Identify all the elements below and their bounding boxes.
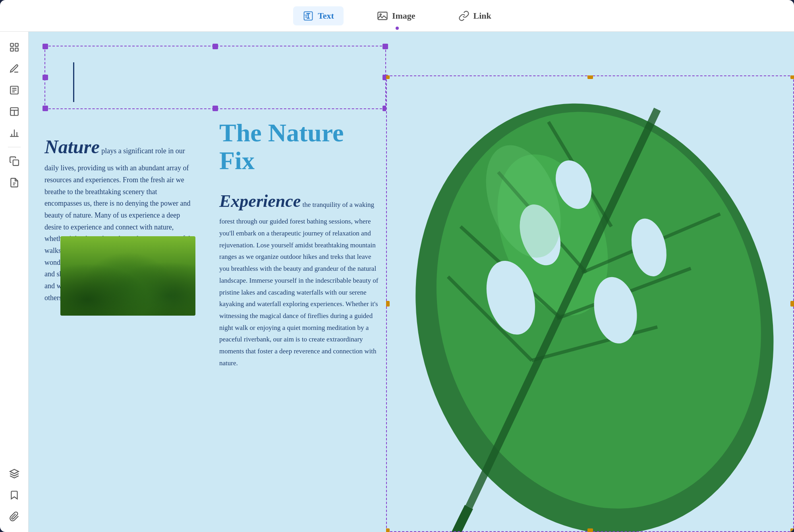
attachment-icon bbox=[9, 511, 19, 522]
sidebar-icon-pen[interactable] bbox=[5, 60, 23, 78]
experience-heading: Experience bbox=[219, 191, 301, 211]
stack-icon bbox=[9, 468, 19, 479]
text-block-icon bbox=[9, 85, 19, 95]
text-icon: T bbox=[303, 10, 314, 21]
sidebar-icon-menu[interactable] bbox=[5, 38, 23, 56]
svg-marker-25 bbox=[10, 469, 19, 474]
image-label: Image bbox=[392, 11, 415, 21]
text-label: Text bbox=[318, 11, 334, 21]
handle-bm[interactable] bbox=[213, 106, 218, 111]
forest-image bbox=[60, 236, 195, 316]
text-selection-box[interactable] bbox=[44, 46, 386, 109]
link-label: Link bbox=[473, 11, 491, 21]
toolbar-text-button[interactable]: T Text bbox=[293, 6, 344, 25]
sidebar-icon-layout[interactable] bbox=[5, 102, 23, 121]
pages-icon bbox=[9, 177, 19, 188]
link-icon bbox=[458, 10, 469, 21]
handle-tl[interactable] bbox=[43, 44, 48, 49]
copy-icon bbox=[9, 156, 19, 166]
content-area: Nature plays a significant role in our d… bbox=[29, 119, 794, 532]
layout-icon bbox=[9, 106, 19, 117]
svg-rect-7 bbox=[10, 43, 14, 46]
sidebar-icon-pages[interactable] bbox=[5, 173, 23, 192]
experience-text-block: Experience the tranquility of a waking f… bbox=[219, 187, 382, 369]
nature-fix-title: The Nature Fix bbox=[219, 119, 382, 175]
chart-icon bbox=[9, 128, 19, 138]
sidebar-icon-bookmark[interactable] bbox=[5, 486, 23, 504]
handle-tr[interactable] bbox=[383, 44, 388, 49]
sidebar-icon-copy[interactable] bbox=[5, 152, 23, 170]
svg-text:T: T bbox=[305, 13, 308, 19]
menu-icon bbox=[9, 42, 19, 52]
nature-heading: Nature bbox=[44, 136, 100, 157]
sidebar-icon-chart[interactable] bbox=[5, 124, 23, 142]
svg-rect-8 bbox=[15, 43, 18, 46]
svg-rect-9 bbox=[10, 48, 14, 51]
main-area: Nature plays a significant role in our d… bbox=[0, 32, 794, 532]
svg-rect-10 bbox=[15, 48, 18, 51]
handle-bl[interactable] bbox=[43, 106, 48, 111]
toolbar-link-button[interactable]: Link bbox=[449, 6, 501, 25]
image-icon bbox=[377, 10, 388, 21]
sidebar-divider-1 bbox=[8, 147, 21, 147]
toolbar: T Text Image Link bbox=[0, 0, 794, 32]
svg-rect-22 bbox=[13, 160, 18, 166]
forest-image-inner bbox=[60, 236, 195, 316]
sidebar-icon-stack[interactable] bbox=[5, 465, 23, 483]
text-cursor bbox=[73, 62, 74, 102]
handle-ml[interactable] bbox=[43, 75, 48, 80]
toolbar-image-button[interactable]: Image bbox=[367, 6, 425, 25]
bookmark-icon bbox=[9, 490, 19, 500]
toolbar-indicator bbox=[396, 27, 399, 30]
sidebar-icon-text-block[interactable] bbox=[5, 81, 23, 99]
svg-rect-5 bbox=[378, 12, 387, 19]
handle-tm[interactable] bbox=[213, 44, 218, 49]
canvas-area[interactable]: Nature plays a significant role in our d… bbox=[29, 32, 794, 532]
sidebar bbox=[0, 32, 29, 532]
svg-point-6 bbox=[380, 13, 381, 15]
sidebar-icon-attachment[interactable] bbox=[5, 507, 23, 526]
app-container: T Text Image Link bbox=[0, 0, 794, 532]
left-column: Nature plays a significant role in our d… bbox=[29, 119, 211, 532]
experience-body-text: the tranquility of a waking forest throu… bbox=[219, 201, 378, 367]
pen-icon bbox=[9, 64, 19, 74]
center-column: The Nature Fix Experience the tranquilit… bbox=[211, 119, 390, 532]
